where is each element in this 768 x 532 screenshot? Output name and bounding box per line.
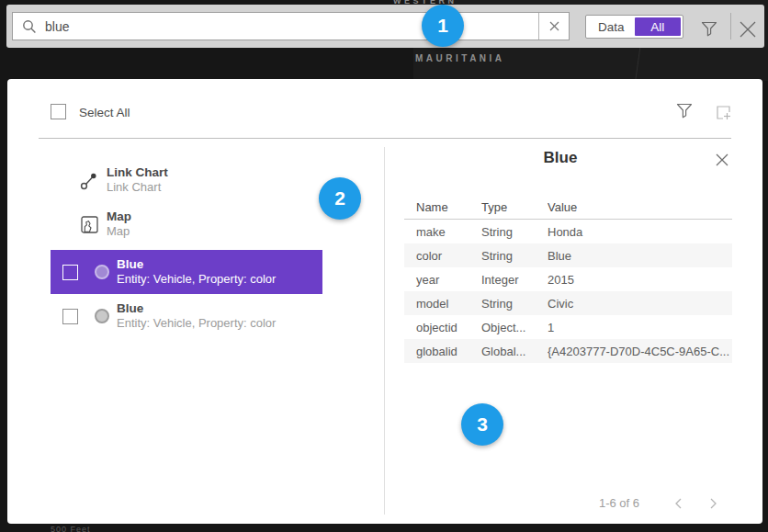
annotation-badge-3: 3 — [461, 403, 503, 446]
cell-value: Civic — [548, 297, 732, 311]
search-icon — [22, 19, 37, 34]
result-subtitle: Entity: Vehicle, Property: color — [117, 272, 276, 287]
cell-name: year — [404, 273, 481, 287]
pagination-label: 1-6 of 6 — [467, 496, 639, 510]
select-all-label: Select All — [79, 106, 130, 119]
result-subtitle: Link Chart — [107, 180, 168, 195]
detail-title: Blue — [404, 149, 717, 167]
results-filter-icon[interactable] — [676, 102, 693, 121]
cell-type: String — [481, 225, 548, 239]
column-header-type: Type — [481, 200, 548, 214]
list-detail-divider — [384, 147, 385, 515]
attribute-table: Name Type Value makeStringHondacolorStri… — [404, 195, 732, 363]
link-chart-icon — [80, 170, 99, 190]
result-subtitle: Map — [107, 224, 131, 239]
result-item-blue[interactable]: BlueEntity: Vehicle, Property: color — [7, 294, 322, 338]
column-header-value: Value — [548, 200, 732, 214]
table-row-objectid[interactable]: objectidObject...1 — [404, 315, 732, 339]
table-row-year[interactable]: yearInteger2015 — [404, 267, 732, 291]
cell-value: {A4203777-D70D-4C5C-9A65-C... — [548, 345, 732, 358]
result-checkbox[interactable] — [62, 265, 78, 280]
search-input[interactable]: blue — [12, 12, 570, 40]
cell-type: String — [481, 249, 548, 263]
map-icon — [81, 216, 98, 233]
cell-value: 2015 — [548, 273, 732, 287]
result-item-map[interactable]: MapMap — [7, 204, 322, 244]
result-checkbox[interactable] — [62, 309, 78, 324]
cell-name: objectid — [404, 321, 481, 334]
cell-name: model — [404, 297, 481, 311]
toggle-option-all[interactable]: All — [635, 17, 682, 36]
result-title: Blue — [117, 257, 276, 272]
table-row-globalid[interactable]: globalidGlobal...{A4203777-D70D-4C5C-9A6… — [404, 339, 732, 363]
cell-type: Object... — [481, 321, 548, 334]
cell-value: Honda — [548, 225, 732, 239]
search-clear-button[interactable] — [538, 13, 569, 40]
table-row-make[interactable]: makeStringHonda — [404, 220, 732, 243]
toggle-option-data[interactable]: Data — [588, 17, 635, 36]
header-divider — [39, 138, 731, 139]
add-to-selection-icon[interactable] — [716, 105, 731, 120]
cell-name: make — [404, 225, 481, 239]
map-label-mauritania: MAURITANIA — [415, 53, 505, 63]
select-all-checkbox[interactable] — [51, 104, 66, 119]
cell-type: String — [481, 297, 548, 311]
column-header-name: Name — [404, 200, 481, 214]
table-header: Name Type Value — [404, 195, 732, 220]
result-title: Link Chart — [107, 165, 168, 180]
result-title: Blue — [117, 301, 276, 316]
search-value: blue — [45, 19, 69, 34]
table-row-color[interactable]: colorStringBlue — [404, 243, 732, 267]
cell-value: 1 — [548, 321, 732, 334]
result-title: Map — [107, 209, 131, 224]
clear-icon — [549, 21, 559, 31]
table-body: makeStringHondacolorStringBlueyearIntege… — [404, 220, 732, 363]
search-toolbar: blue Data All — [6, 5, 764, 48]
table-row-model[interactable]: modelStringCivic — [404, 291, 732, 315]
cell-type: Global... — [481, 345, 548, 358]
entity-circle-icon — [95, 265, 109, 279]
pagination-prev-icon[interactable] — [675, 498, 682, 509]
toolbar-divider — [730, 13, 731, 40]
cell-name: color — [404, 249, 481, 263]
cell-value: Blue — [548, 249, 732, 263]
detail-close-icon[interactable] — [716, 153, 728, 166]
annotation-badge-1: 1 — [422, 5, 464, 47]
scope-toggle: Data All — [585, 15, 683, 39]
entity-circle-icon — [95, 309, 109, 323]
result-item-blue[interactable]: BlueEntity: Vehicle, Property: color — [51, 250, 322, 294]
annotation-badge-2: 2 — [319, 177, 361, 220]
filter-icon[interactable] — [701, 20, 717, 40]
result-item-link-chart[interactable]: Link ChartLink Chart — [7, 160, 322, 200]
pagination-next-icon[interactable] — [710, 498, 717, 509]
result-subtitle: Entity: Vehicle, Property: color — [117, 316, 276, 331]
close-search-icon[interactable] — [739, 20, 757, 39]
cell-name: globalid — [404, 345, 481, 358]
cell-type: Integer — [481, 273, 548, 287]
map-scale-label: 500 Feet — [51, 525, 91, 532]
search-results-panel: Select All Link ChartLink ChartMapMapBlu… — [7, 79, 762, 524]
